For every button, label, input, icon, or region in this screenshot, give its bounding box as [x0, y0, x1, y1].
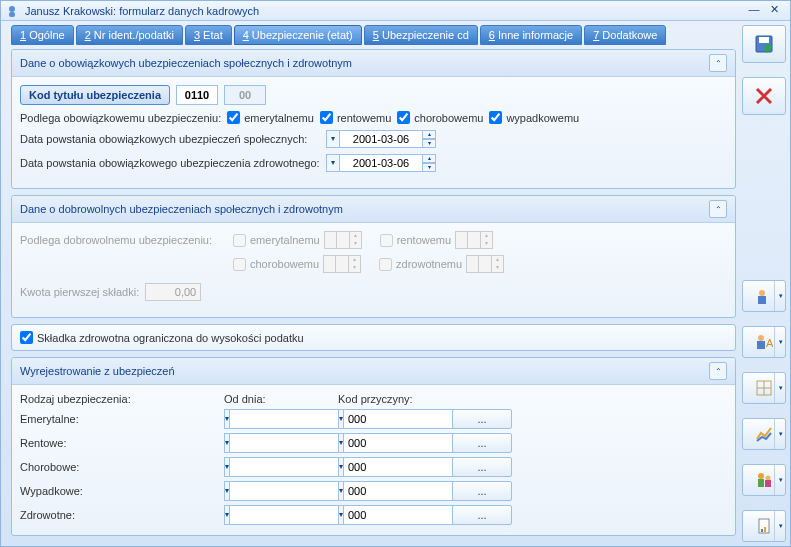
tab-inne[interactable]: 6 Inne informacje [480, 25, 582, 45]
dereg-lookup-3[interactable]: ... [452, 481, 512, 501]
col-type: Rodzaj ubezpieczenia: [20, 393, 210, 405]
svg-rect-1 [9, 12, 15, 17]
chk-wypadkowemu[interactable]: wypadkowemu [489, 111, 579, 124]
panel-health-limit: Składka zdrowotna ograniczona do wysokoś… [11, 324, 736, 351]
dereg-label-1: Rentowe: [20, 437, 210, 449]
svg-rect-18 [764, 527, 766, 532]
vdate-chorobowemu: ▴▾ [323, 255, 361, 273]
vchk-zdrowotnemu [379, 258, 392, 271]
col-code: Kod przyczyny: [338, 393, 438, 405]
collapse-panel2[interactable]: ⌃ [709, 200, 727, 218]
chk-skladka-ograniczona[interactable]: Składka zdrowotna ograniczona do wysokoś… [20, 331, 727, 344]
dereg-code-0[interactable]: ▾▴▾ [338, 409, 438, 429]
tab-strip: 1 Ogólne 2 Nr ident./podatki 3 Etat 4 Ub… [11, 25, 740, 45]
dereg-date-1[interactable]: ▾▴▾ [224, 433, 324, 453]
dereg-lookup-1[interactable]: ... [452, 433, 512, 453]
date2-down[interactable]: ▾ [422, 163, 436, 172]
date2-dropdown[interactable]: ▾ [326, 154, 340, 172]
vchk-rentowemu [380, 234, 393, 247]
dereg-label-3: Wypadkowe: [20, 485, 210, 497]
svg-point-14 [766, 476, 771, 481]
svg-point-6 [758, 335, 764, 341]
dereg-code-4[interactable]: ▾▴▾ [338, 505, 438, 525]
date1-dropdown[interactable]: ▾ [326, 130, 340, 148]
svg-rect-5 [758, 296, 766, 304]
dereg-lookup-2[interactable]: ... [452, 457, 512, 477]
dereg-date-2[interactable]: ▾▴▾ [224, 457, 324, 477]
side-person-button[interactable]: ▾ [742, 280, 786, 312]
tab-ubezpieczenie-cd[interactable]: 5 Ubezpieczenie cd [364, 25, 478, 45]
panel1-title: Dane o obowiązkowych ubezpieczeniach spo… [20, 57, 352, 69]
dereg-lookup-4[interactable]: ... [452, 505, 512, 525]
minimize-button[interactable]: — [744, 3, 764, 19]
tab-ogolne[interactable]: 1 Ogólne [11, 25, 74, 45]
dereg-code-1[interactable]: ▾▴▾ [338, 433, 438, 453]
svg-rect-15 [765, 480, 771, 487]
panel-voluntary-insurance: Dane o dobrowolnych ubezpieczeniach społ… [11, 195, 736, 318]
tab-ubezpieczenie-etat[interactable]: 4 Ubezpieczenie (etat) [234, 25, 362, 45]
kwota-label: Kwota pierwszej składki: [20, 286, 139, 298]
cancel-button[interactable] [742, 77, 786, 115]
dereg-code-2[interactable]: ▾▴▾ [338, 457, 438, 477]
kwota-input [145, 283, 201, 301]
col-date: Od dnia: [224, 393, 324, 405]
tab-dodatkowe[interactable]: 7 Dodatkowe [584, 25, 666, 45]
window: Janusz Krakowski: formularz danych kadro… [0, 0, 791, 547]
date2-label: Data powstania obowiązkowego ubezpieczen… [20, 157, 320, 169]
side-people-button[interactable]: ▾ [742, 464, 786, 496]
date1-down[interactable]: ▾ [422, 139, 436, 148]
panel-mandatory-insurance: Dane o obowiązkowych ubezpieczeniach spo… [11, 49, 736, 189]
panel4-title: Wyrejestrowanie z ubezpieczeń [20, 365, 175, 377]
mandatory-label: Podlega obowiązkowemu ubezpieczeniu: [20, 112, 221, 124]
vchk-emerytalnemu [233, 234, 246, 247]
chk-rentowemu[interactable]: rentowemu [320, 111, 391, 124]
vdate-rentowemu: ▴▾ [455, 231, 493, 249]
tab-etat[interactable]: 3 Etat [185, 25, 232, 45]
dereg-label-2: Chorobowe: [20, 461, 210, 473]
kod-tytulu-button[interactable]: Kod tytułu ubezpieczenia [20, 85, 170, 105]
svg-point-4 [759, 290, 765, 296]
form-scroll-area[interactable]: Dane o obowiązkowych ubezpieczeniach spo… [11, 49, 740, 542]
dereg-date-3[interactable]: ▾▴▾ [224, 481, 324, 501]
svg-point-12 [758, 473, 764, 479]
date2-up[interactable]: ▴ [422, 154, 436, 163]
collapse-panel4[interactable]: ⌃ [709, 362, 727, 380]
kod-tytulu-input1[interactable] [176, 85, 218, 105]
close-button[interactable]: ✕ [764, 3, 784, 19]
svg-text:A: A [766, 337, 773, 349]
svg-rect-17 [761, 529, 763, 532]
voluntary-label: Podlega dobrowolnemu ubezpieczeniu: [20, 234, 215, 246]
panel-deregistration: Wyrejestrowanie z ubezpieczeń ⌃ Rodzaj u… [11, 357, 736, 536]
side-edit-button[interactable]: A▾ [742, 326, 786, 358]
dereg-date-4[interactable]: ▾▴▾ [224, 505, 324, 525]
vdate-emerytalnemu: ▴▾ [324, 231, 362, 249]
date2-input[interactable] [340, 154, 422, 172]
app-icon [7, 4, 21, 18]
panel2-title: Dane o dobrowolnych ubezpieczeniach społ… [20, 203, 343, 215]
date1-up[interactable]: ▴ [422, 130, 436, 139]
chk-emerytalnemu[interactable]: emerytalnemu [227, 111, 314, 124]
right-toolbar: ▾ A▾ ▾ ▾ ▾ ▾ [742, 21, 790, 546]
vdate-zdrowotnemu: ▴▾ [466, 255, 504, 273]
dereg-date-0[interactable]: ▾▴▾ [224, 409, 324, 429]
collapse-panel1[interactable]: ⌃ [709, 54, 727, 72]
date1-field[interactable]: ▾ ▴▾ [326, 130, 436, 148]
date2-field[interactable]: ▾ ▴▾ [326, 154, 436, 172]
chk-chorobowemu[interactable]: chorobowemu [397, 111, 483, 124]
dereg-code-3[interactable]: ▾▴▾ [338, 481, 438, 501]
vchk-chorobowemu [233, 258, 246, 271]
date1-input[interactable] [340, 130, 422, 148]
date1-label: Data powstania obowiązkowych ubezpieczeń… [20, 133, 320, 145]
svg-point-0 [9, 6, 15, 12]
dereg-label-4: Zdrowotne: [20, 509, 210, 521]
dereg-label-0: Emerytalne: [20, 413, 210, 425]
window-title: Janusz Krakowski: formularz danych kadro… [25, 5, 744, 17]
save-button[interactable] [742, 25, 786, 63]
tab-nr-ident[interactable]: 2 Nr ident./podatki [76, 25, 183, 45]
side-report-button[interactable]: ▾ [742, 510, 786, 542]
svg-rect-3 [759, 37, 769, 43]
side-chart-button[interactable]: ▾ [742, 418, 786, 450]
side-grid-button[interactable]: ▾ [742, 372, 786, 404]
svg-rect-13 [758, 479, 764, 487]
dereg-lookup-0[interactable]: ... [452, 409, 512, 429]
